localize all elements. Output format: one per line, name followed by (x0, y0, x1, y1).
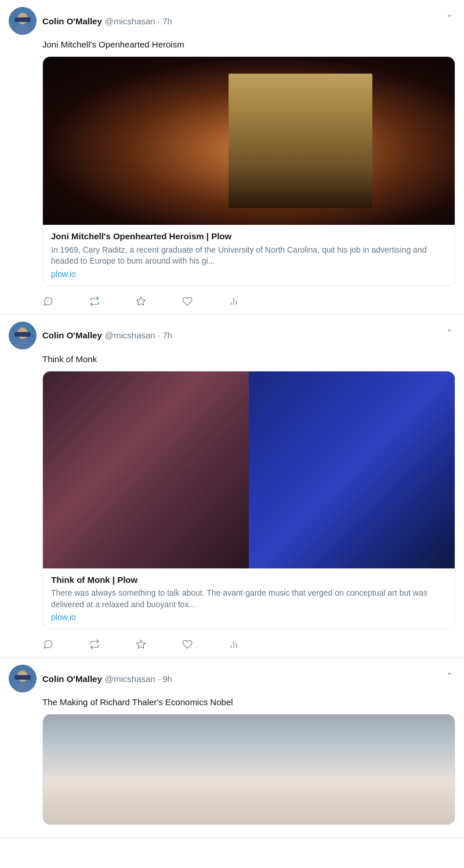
tweet-1: Colin O'Malley @micshasan · 7h ⌄ Joni Mi… (0, 0, 464, 315)
card-title: Joni Mitchell's Openhearted Heroism | Pl… (51, 231, 447, 242)
tweet-actions (42, 292, 455, 307)
display-name[interactable]: Colin O'Malley (42, 16, 102, 26)
avatar[interactable] (9, 322, 37, 349)
retweet-action[interactable] (89, 296, 100, 307)
bookmark-icon (135, 639, 147, 650)
card-image (43, 714, 455, 825)
reply-icon (42, 639, 54, 650)
link-card[interactable]: Joni Mitchell's Openhearted Heroism | Pl… (42, 56, 455, 286)
avatar[interactable] (9, 7, 37, 35)
svg-rect-10 (14, 332, 31, 337)
svg-marker-12 (137, 640, 146, 648)
handle-time: @micshasan · 7h (105, 330, 172, 340)
bookmark-action[interactable] (135, 639, 147, 650)
like-action[interactable] (182, 296, 193, 307)
tweet-3: Colin O'Malley @micshasan · 9h ⌄ The Mak… (0, 658, 464, 838)
reply-action[interactable] (42, 639, 54, 650)
card-description: In 1969, Cary Raditz, a recent graduate … (51, 245, 447, 267)
card-url: plow.io (51, 612, 447, 622)
stats-icon (228, 639, 240, 650)
stats-action[interactable] (228, 296, 240, 307)
chevron-down-icon[interactable]: ⌄ (444, 322, 455, 335)
stats-icon (228, 296, 240, 307)
card-url: plow.io (51, 269, 447, 279)
display-name[interactable]: Colin O'Malley (42, 330, 102, 340)
reply-icon (42, 296, 54, 307)
stats-action[interactable] (228, 639, 240, 650)
user-info: Colin O'Malley @micshasan · 7h (42, 16, 172, 26)
tweet-2: Colin O'Malley @micshasan · 7h ⌄ Think o… (0, 315, 464, 658)
retweet-action[interactable] (89, 639, 100, 650)
tweet-actions (42, 635, 455, 650)
handle-time: @micshasan · 9h (105, 674, 172, 684)
chevron-down-icon[interactable]: ⌄ (444, 665, 455, 679)
user-info: Colin O'Malley @micshasan · 7h (42, 330, 172, 340)
svg-rect-2 (14, 17, 31, 22)
retweet-icon (89, 639, 100, 650)
tweet-header: Colin O'Malley @micshasan · 7h ⌄ (9, 322, 455, 349)
card-description: There was always something to talk about… (51, 588, 447, 610)
link-card[interactable] (42, 714, 455, 825)
display-name[interactable]: Colin O'Malley (42, 674, 102, 684)
card-image (43, 57, 455, 225)
like-icon (182, 296, 193, 307)
svg-marker-4 (137, 297, 146, 305)
svg-rect-18 (14, 675, 31, 680)
tweet-header: Colin O'Malley @micshasan · 9h ⌄ (9, 665, 455, 692)
handle-time: @micshasan · 7h (105, 16, 172, 26)
card-image (43, 371, 455, 568)
link-card[interactable]: Think of Monk | Plow There was always so… (42, 371, 455, 630)
tweet-text: Joni Mitchell's Openhearted Heroism (42, 38, 455, 50)
tweet-text: Think of Monk (42, 353, 455, 365)
user-info: Colin O'Malley @micshasan · 9h (42, 674, 172, 684)
bookmark-icon (135, 296, 147, 307)
like-action[interactable] (182, 639, 193, 650)
card-title: Think of Monk | Plow (51, 574, 447, 586)
retweet-icon (89, 296, 100, 307)
avatar[interactable] (9, 665, 37, 692)
tweet-header: Colin O'Malley @micshasan · 7h ⌄ (9, 7, 455, 35)
like-icon (182, 639, 193, 650)
reply-action[interactable] (42, 296, 54, 307)
tweet-text: The Making of Richard Thaler's Economics… (42, 696, 455, 708)
chevron-down-icon[interactable]: ⌄ (444, 7, 455, 21)
bookmark-action[interactable] (135, 296, 147, 307)
